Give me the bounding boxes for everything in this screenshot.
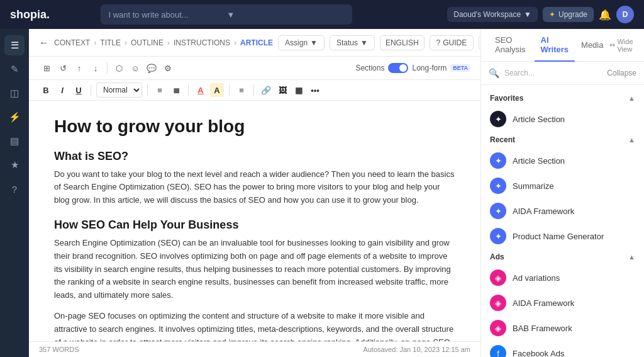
tab-media[interactable]: Media: [575, 34, 609, 57]
toolbar-settings-icon[interactable]: ⚙: [160, 60, 175, 76]
paragraph-2: Search Engine Optimization (SEO) can be …: [54, 237, 455, 302]
text-color-button[interactable]: A: [194, 83, 208, 97]
status-button[interactable]: Status ▼: [330, 35, 375, 50]
article-section-recent-icon: ✦: [490, 152, 506, 169]
summarize-icon: ✦: [490, 178, 506, 194]
beta-badge: BETA: [450, 64, 470, 72]
italic-button[interactable]: I: [55, 83, 69, 97]
sidebar-icon-edit[interactable]: ✎: [4, 59, 25, 79]
ai-item-bab-framework[interactable]: ◈ BAB Framework: [481, 315, 644, 341]
toolbar-chat-icon[interactable]: 💬: [144, 60, 159, 76]
unordered-list-button[interactable]: ≡: [153, 83, 167, 97]
collapse-button[interactable]: Collapse: [607, 69, 636, 77]
sidebar-icon-lightning[interactable]: ⚡: [4, 107, 25, 127]
ordered-list-button[interactable]: ≣: [169, 83, 183, 97]
avatar[interactable]: D: [616, 6, 634, 23]
breadcrumb-instructions[interactable]: INSTRUCTIONS: [174, 38, 230, 47]
sections-toggle-switch[interactable]: [388, 63, 408, 73]
sep-icon-2: ›: [125, 38, 127, 47]
fmt-sep-5: [253, 84, 254, 96]
ads-chevron-icon: ▲: [628, 253, 635, 261]
recent-section-header[interactable]: Recent ▲: [481, 132, 644, 148]
toolbar-icon-group-1: ⊞ ↺ ↑ ↓ ⬡ ☺ 💬 ⚙: [39, 60, 175, 76]
aida-recent-icon: ✦: [490, 203, 506, 219]
text-highlight-button[interactable]: A: [210, 83, 224, 97]
image-button[interactable]: 🖼: [275, 83, 289, 97]
ai-item-summarize[interactable]: ✦ Summarize: [481, 173, 644, 198]
sep-icon-4: ›: [234, 38, 236, 47]
breadcrumb-title[interactable]: TITLE: [100, 38, 121, 47]
fmt-sep-1: [91, 84, 91, 96]
toolbar-upload-icon[interactable]: ↑: [72, 60, 87, 76]
ai-item-product-name[interactable]: ✦ Product Name Generator: [481, 224, 644, 249]
ai-item-aida-recent[interactable]: ✦ AIDA Framework: [481, 198, 644, 224]
fmt-sep-2: [147, 84, 148, 96]
recent-chevron-icon: ▲: [628, 136, 635, 144]
left-sidebar: ☰ ✎ ◫ ⚡ ▤ ★ ?: [0, 29, 29, 357]
status-chevron-icon: ▼: [360, 38, 368, 47]
ai-item-ad-variations[interactable]: ◈ Ad variations: [481, 265, 644, 290]
style-select[interactable]: Normal: [96, 82, 142, 98]
assign-button[interactable]: Assign ▼: [278, 35, 325, 50]
app-logo: shopia.: [10, 8, 50, 21]
breadcrumb-outline[interactable]: OUTLINE: [131, 38, 164, 47]
right-search-bar: 🔍 Collapse: [481, 62, 644, 85]
paragraph-3: On-page SEO focuses on optimizing the co…: [54, 310, 455, 341]
paragraph-1: Do you want to take your blog to the nex…: [54, 168, 455, 207]
ai-item-article-section-recent[interactable]: ✦ Article Section: [481, 148, 644, 173]
ai-item-article-section-fav[interactable]: ✦ Article Section: [481, 106, 644, 132]
back-button[interactable]: ←: [39, 37, 49, 48]
aida-ads-icon: ◈: [490, 295, 506, 311]
word-count: 357 WORDS: [39, 346, 79, 353]
sidebar-icon-list[interactable]: ▤: [4, 131, 25, 151]
search-chevron-icon: ▼: [226, 10, 345, 20]
align-button[interactable]: ≡: [235, 83, 248, 97]
notification-icon[interactable]: 🔔: [599, 9, 611, 21]
toolbar-smiley-icon[interactable]: ☺: [128, 60, 143, 76]
sidebar-icon-star[interactable]: ★: [4, 155, 25, 175]
more-button[interactable]: •••: [308, 83, 322, 97]
ads-section-header[interactable]: Ads ▲: [481, 249, 644, 265]
table-button[interactable]: ▦: [292, 83, 306, 97]
ai-item-aida-ads[interactable]: ◈ AIDA Framework: [481, 290, 644, 315]
right-panel-tabs: SEO Analysis AI Writers Media ⇔ Wide Vie…: [481, 29, 644, 62]
toolbar-download-icon[interactable]: ↓: [88, 60, 103, 76]
sidebar-icon-layout[interactable]: ◫: [4, 83, 25, 103]
tab-seo-analysis[interactable]: SEO Analysis: [489, 29, 535, 62]
word-count-bar: 357 WORDS Autosaved: Jan 10, 2023 12:15 …: [29, 341, 480, 357]
sep-icon-3: ›: [167, 38, 170, 47]
main-search-bar[interactable]: I want to write about... ▼: [101, 4, 352, 25]
section-heading-1: What is SEO?: [54, 150, 455, 163]
upgrade-button[interactable]: ✦ Upgrade: [543, 7, 594, 22]
editor-content[interactable]: How to grow your blog What is SEO? Do yo…: [29, 101, 480, 341]
bold-button[interactable]: B: [39, 83, 53, 97]
workspace-button[interactable]: Daoud's Workspace ▼: [447, 7, 538, 22]
breadcrumb-context[interactable]: CONTEXT: [54, 38, 90, 47]
ad-variations-icon: ◈: [490, 269, 506, 286]
wide-view-button[interactable]: ⇔ Wide View: [609, 38, 636, 53]
star-icon: ✦: [549, 10, 555, 19]
assign-chevron-icon: ▼: [310, 38, 318, 47]
search-input[interactable]: [504, 69, 602, 77]
search-icon: 🔍: [489, 68, 499, 78]
document-title: How to grow your blog: [54, 116, 455, 137]
ai-item-facebook-ads[interactable]: f Facebook Ads: [481, 341, 644, 357]
toolbar-copy-icon[interactable]: ⊞: [39, 60, 54, 76]
guide-icon: ?: [436, 38, 441, 47]
fmt-sep-3: [188, 84, 189, 96]
underline-button[interactable]: U: [72, 83, 86, 97]
breadcrumb-actions: Assign ▼ Status ▼ ENGLISH ? GUIDE ⇧ SHAR…: [278, 31, 480, 55]
breadcrumb-article[interactable]: ARTICLE: [240, 38, 273, 47]
autosaved-label: Autosaved: Jan 10, 2023 12:15 am: [363, 346, 470, 353]
guide-button[interactable]: ? GUIDE: [430, 35, 474, 50]
toolbar-refresh-icon[interactable]: ↺: [55, 60, 70, 76]
link-button[interactable]: 🔗: [259, 83, 273, 97]
sidebar-icon-menu[interactable]: ☰: [4, 35, 25, 55]
favorites-section-header[interactable]: Favorites ▲: [481, 90, 644, 106]
tab-ai-writers[interactable]: AI Writers: [535, 29, 575, 62]
favorites-chevron-icon: ▲: [628, 94, 635, 102]
toolbar-tag-icon[interactable]: ⬡: [111, 60, 126, 76]
language-button[interactable]: ENGLISH: [380, 35, 425, 50]
toolbar-sep-1: [107, 62, 108, 74]
sidebar-icon-help[interactable]: ?: [4, 179, 25, 199]
